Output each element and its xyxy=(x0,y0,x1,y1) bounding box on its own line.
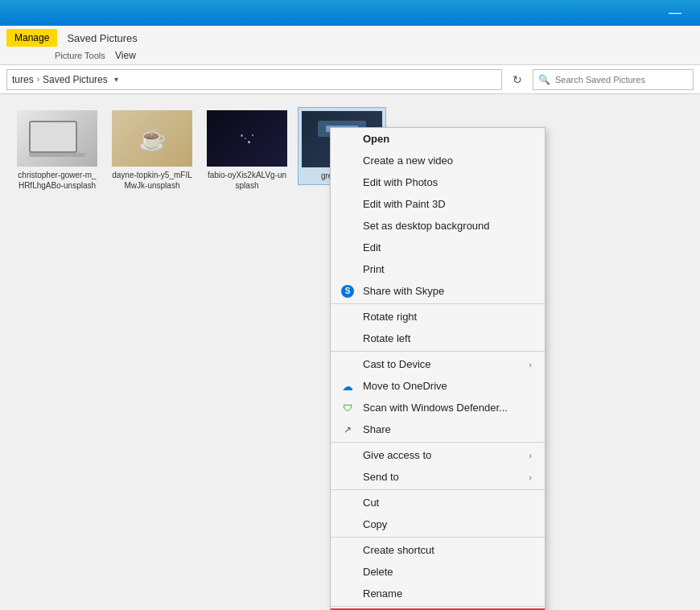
context-menu-item-label: Create a new video xyxy=(363,155,453,167)
context-menu-divider xyxy=(331,489,545,490)
thumb-content: ☕ xyxy=(112,110,192,167)
context-menu: OpenCreate a new videoEdit with PhotosEd… xyxy=(330,127,546,610)
window-title: Saved Pictures xyxy=(67,32,137,44)
context-menu-item-label: Rotate left xyxy=(363,332,410,344)
picture-tools-label: Picture Tools xyxy=(55,51,105,60)
context-menu-item-copy[interactable]: Copy xyxy=(331,513,545,535)
minimize-button[interactable]: — xyxy=(657,0,694,26)
context-menu-divider xyxy=(331,606,545,607)
context-menu-divider xyxy=(331,537,545,538)
file-thumbnail xyxy=(17,110,97,167)
defender-icon: 🛡 xyxy=(340,401,355,415)
context-menu-item-cut[interactable]: Cut xyxy=(331,492,545,513)
context-menu-item-label: Copy xyxy=(363,518,387,530)
breadcrumb-separator: › xyxy=(37,75,39,84)
context-menu-item-open[interactable]: Open xyxy=(331,128,545,150)
context-menu-item-label: Edit with Photos xyxy=(363,176,438,188)
context-menu-item-label: Print xyxy=(363,263,385,275)
context-menu-item-send-to[interactable]: Send to› xyxy=(331,466,545,488)
context-menu-item-give-access[interactable]: Give access to› xyxy=(331,444,545,466)
refresh-button[interactable]: ↻ xyxy=(507,69,528,90)
context-menu-item-label: Edit xyxy=(363,241,381,253)
submenu-arrow-icon: › xyxy=(529,360,532,369)
context-menu-item-edit-photos[interactable]: Edit with Photos xyxy=(331,171,545,193)
thumb-content xyxy=(17,110,97,167)
submenu-arrow-icon: › xyxy=(529,451,532,460)
list-item[interactable]: christopher-gower-m_HRfLhgABo-unsplash xyxy=(13,107,101,194)
share-icon: ↗ xyxy=(340,422,355,437)
context-menu-item-edit-paint3d[interactable]: Edit with Paint 3D xyxy=(331,193,545,215)
context-menu-item-label: Send to xyxy=(363,471,399,483)
context-menu-item-label: Open xyxy=(363,133,389,145)
context-menu-divider xyxy=(331,351,545,352)
breadcrumb-parent: tures xyxy=(12,74,34,85)
file-thumbnail xyxy=(207,110,287,167)
skype-icon: S xyxy=(340,284,355,299)
list-item[interactable]: fabio-oyXis2kALVg-unsplash xyxy=(203,107,291,194)
context-menu-divider xyxy=(331,442,545,443)
context-menu-item-rename[interactable]: Rename xyxy=(331,583,545,604)
file-label: fabio-oyXis2kALVg-unsplash xyxy=(207,170,287,191)
context-menu-item-label: Move to OneDrive xyxy=(363,380,447,392)
context-menu-item-label: Set as desktop background xyxy=(363,220,490,232)
context-menu-item-rotate-left[interactable]: Rotate left xyxy=(331,328,545,349)
breadcrumb[interactable]: tures › Saved Pictures ▾ xyxy=(6,69,502,90)
context-menu-divider xyxy=(331,303,545,304)
search-icon: 🔍 xyxy=(538,74,550,85)
file-thumbnail: ☕ xyxy=(112,110,192,167)
context-menu-item-print[interactable]: Print xyxy=(331,258,545,280)
context-menu-item-defender[interactable]: 🛡Scan with Windows Defender... xyxy=(331,397,545,418)
context-menu-item-rotate-right[interactable]: Rotate right xyxy=(331,306,545,328)
ribbon-top: Manage Saved Pictures xyxy=(0,26,700,50)
list-item[interactable]: ☕ dayne-topkin-y5_mFILMwJk-unsplash xyxy=(108,107,196,194)
context-menu-item-label: Give access to xyxy=(363,449,431,461)
context-menu-item-label: Share xyxy=(363,423,391,435)
title-bar-buttons: — xyxy=(657,0,694,26)
context-menu-item-cast[interactable]: Cast to Device› xyxy=(331,353,545,375)
context-menu-item-label: Cast to Device xyxy=(363,358,431,370)
search-input[interactable] xyxy=(555,75,688,84)
context-menu-item-label: Edit with Paint 3D xyxy=(363,198,446,210)
context-menu-item-label: Scan with Windows Defender... xyxy=(363,402,508,414)
file-label: dayne-topkin-y5_mFILMwJk-unsplash xyxy=(112,170,192,191)
context-menu-item-onedrive[interactable]: ☁Move to OneDrive xyxy=(331,375,545,397)
context-menu-item-edit[interactable]: Edit xyxy=(331,237,545,258)
context-menu-item-share[interactable]: ↗Share xyxy=(331,418,545,440)
context-menu-item-label: Cut xyxy=(363,497,379,509)
breadcrumb-current: Saved Pictures xyxy=(43,74,108,85)
tab-view[interactable]: View xyxy=(115,50,136,61)
submenu-arrow-icon: › xyxy=(529,472,532,482)
ribbon-subtitle: Picture Tools View xyxy=(48,50,700,64)
address-bar: tures › Saved Pictures ▾ ↻ 🔍 xyxy=(0,65,700,94)
context-menu-item-label: Rename xyxy=(363,587,402,600)
breadcrumb-dropdown-icon[interactable]: ▾ xyxy=(114,75,118,84)
context-menu-item-set-desktop[interactable]: Set as desktop background xyxy=(331,215,545,237)
context-menu-item-skype[interactable]: SShare with Skype xyxy=(331,280,545,302)
context-menu-item-create-video[interactable]: Create a new video xyxy=(331,150,545,171)
file-label: christopher-gower-m_HRfLhgABo-unsplash xyxy=(17,170,97,191)
onedrive-icon: ☁ xyxy=(340,379,355,394)
context-menu-item-label: Share with Skype xyxy=(363,285,444,297)
search-box[interactable]: 🔍 xyxy=(533,69,694,90)
context-menu-item-create-shortcut[interactable]: Create shortcut xyxy=(331,539,545,561)
ribbon: Manage Saved Pictures Picture Tools View xyxy=(0,26,700,65)
tab-manage[interactable]: Manage xyxy=(6,29,57,47)
context-menu-item-label: Delete xyxy=(363,566,393,578)
thumb-content xyxy=(207,110,287,167)
title-bar: — xyxy=(0,0,700,26)
context-menu-item-delete[interactable]: Delete xyxy=(331,561,545,583)
context-menu-item-label: Rotate right xyxy=(363,311,417,323)
context-menu-item-label: Create shortcut xyxy=(363,544,434,556)
